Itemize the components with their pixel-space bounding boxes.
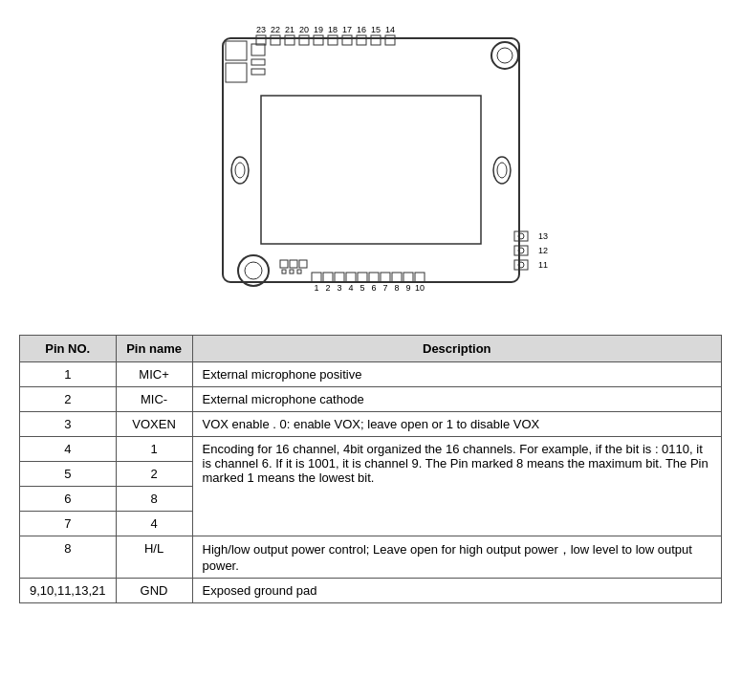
cell-description: High/low output power control; Leave ope… xyxy=(192,536,721,579)
svg-text:10: 10 xyxy=(414,283,424,293)
svg-rect-23 xyxy=(251,44,265,55)
diagram-svg: 23 22 21 20 19 18 17 16 15 14 xyxy=(165,19,577,316)
svg-text:15: 15 xyxy=(370,25,380,34)
svg-rect-22 xyxy=(226,63,247,82)
cell-pin-name: 2 xyxy=(116,462,192,487)
table-section: Pin NO. Pin name Description 1MIC+Extern… xyxy=(0,325,741,623)
cell-pin-no: 4 xyxy=(20,437,117,462)
svg-rect-21 xyxy=(226,41,247,60)
svg-text:8: 8 xyxy=(394,283,399,293)
svg-text:17: 17 xyxy=(341,25,351,34)
cell-pin-no: 1 xyxy=(20,362,117,387)
svg-rect-16 xyxy=(328,35,338,45)
svg-rect-17 xyxy=(342,35,352,45)
svg-point-26 xyxy=(491,42,518,69)
svg-text:9: 9 xyxy=(405,283,410,293)
cell-pin-name: 8 xyxy=(116,487,192,512)
cell-pin-no: 5 xyxy=(20,462,117,487)
cell-pin-name: 1 xyxy=(116,437,192,462)
svg-text:14: 14 xyxy=(384,25,394,34)
svg-text:3: 3 xyxy=(337,283,341,293)
svg-text:5: 5 xyxy=(360,283,364,293)
svg-text:13: 13 xyxy=(538,231,548,241)
cell-pin-name: VOXEN xyxy=(116,412,192,437)
cell-pin-no: 7 xyxy=(20,512,117,536)
table-row: 1MIC+External microphone positive xyxy=(20,362,722,387)
cell-pin-no: 8 xyxy=(20,536,117,579)
svg-text:20: 20 xyxy=(298,25,308,34)
svg-point-31 xyxy=(493,157,511,184)
svg-point-32 xyxy=(497,163,507,178)
svg-text:1: 1 xyxy=(314,283,318,293)
cell-pin-no: 2 xyxy=(20,387,117,412)
cell-pin-no: 6 xyxy=(20,487,117,512)
svg-rect-19 xyxy=(371,35,381,45)
svg-point-43 xyxy=(245,262,262,279)
svg-rect-49 xyxy=(297,270,301,273)
cell-pin-name: MIC- xyxy=(116,387,192,412)
svg-text:23: 23 xyxy=(255,25,265,34)
svg-rect-18 xyxy=(357,35,366,45)
svg-text:6: 6 xyxy=(371,283,376,293)
table-row: 3VOXENVOX enable . 0: enable VOX; leave … xyxy=(20,412,722,437)
svg-rect-15 xyxy=(314,35,323,45)
svg-rect-59 xyxy=(415,273,425,282)
table-row: 2MIC-External microphone cathode xyxy=(20,387,722,412)
svg-rect-25 xyxy=(251,69,265,75)
svg-rect-13 xyxy=(285,35,294,45)
cell-description: Encoding for 16 channel, 4bit organized … xyxy=(192,437,721,536)
table-row: 8H/LHigh/low output power control; Leave… xyxy=(20,536,722,579)
svg-rect-48 xyxy=(290,270,294,273)
table-header-row: Pin NO. Pin name Description xyxy=(20,336,722,362)
svg-rect-20 xyxy=(385,35,395,45)
cell-description: External microphone positive xyxy=(192,362,721,387)
svg-rect-55 xyxy=(369,273,379,282)
svg-rect-51 xyxy=(323,273,333,282)
svg-rect-56 xyxy=(381,273,390,282)
svg-rect-50 xyxy=(312,273,321,282)
header-pin-no: Pin NO. xyxy=(20,336,117,362)
cell-pin-no: 3 xyxy=(20,412,117,437)
table-row: 41Encoding for 16 channel, 4bit organize… xyxy=(20,437,722,462)
svg-text:4: 4 xyxy=(348,283,353,293)
diagram-section: 23 22 21 20 19 18 17 16 15 14 xyxy=(0,0,741,325)
cell-description: VOX enable . 0: enable VOX; leave open o… xyxy=(192,412,721,437)
cell-pin-name: 4 xyxy=(116,512,192,536)
svg-rect-53 xyxy=(346,273,356,282)
svg-rect-58 xyxy=(403,273,413,282)
cell-pin-name: GND xyxy=(116,579,192,603)
cell-pin-name: MIC+ xyxy=(116,362,192,387)
svg-text:2: 2 xyxy=(325,283,330,293)
cell-pin-no: 9,10,11,13,21 xyxy=(20,579,117,603)
svg-rect-10 xyxy=(223,38,519,282)
table-row: 9,10,11,13,21GNDExposed ground pad xyxy=(20,579,722,603)
svg-text:11: 11 xyxy=(538,260,548,270)
svg-text:19: 19 xyxy=(313,25,322,34)
svg-rect-44 xyxy=(280,260,288,268)
header-pin-name: Pin name xyxy=(116,336,192,362)
svg-rect-28 xyxy=(261,96,481,244)
svg-text:16: 16 xyxy=(356,25,365,34)
svg-rect-47 xyxy=(282,270,286,273)
svg-point-27 xyxy=(497,48,512,63)
svg-rect-57 xyxy=(392,273,402,282)
circuit-diagram: 23 22 21 20 19 18 17 16 15 14 xyxy=(165,19,577,316)
svg-text:7: 7 xyxy=(382,283,387,293)
svg-text:12: 12 xyxy=(538,246,548,255)
svg-rect-52 xyxy=(335,273,344,282)
svg-rect-24 xyxy=(251,59,265,65)
cell-description: Exposed ground pad xyxy=(192,579,721,603)
svg-rect-46 xyxy=(299,260,307,268)
header-description: Description xyxy=(192,336,721,362)
svg-rect-14 xyxy=(299,35,309,45)
svg-point-29 xyxy=(231,157,249,184)
svg-text:21: 21 xyxy=(284,25,294,34)
svg-rect-54 xyxy=(358,273,367,282)
svg-text:22: 22 xyxy=(270,25,279,34)
cell-description: External microphone cathode xyxy=(192,387,721,412)
svg-rect-45 xyxy=(290,260,297,268)
svg-rect-12 xyxy=(271,35,280,45)
svg-point-30 xyxy=(235,163,245,178)
svg-text:18: 18 xyxy=(327,25,337,34)
pin-table: Pin NO. Pin name Description 1MIC+Extern… xyxy=(19,335,722,603)
